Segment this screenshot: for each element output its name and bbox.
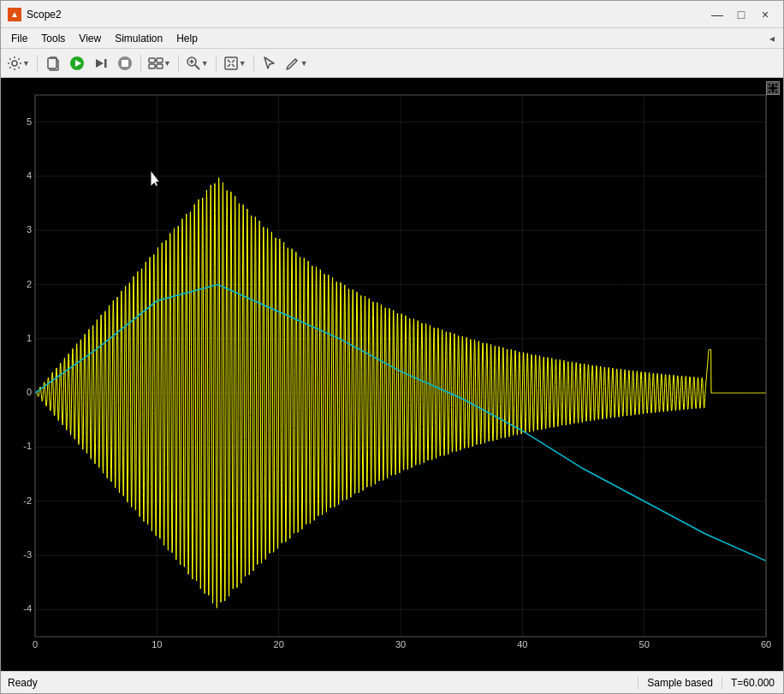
zoom-dropdown[interactable]: ▼ — [183, 52, 211, 74]
svg-rect-11 — [149, 64, 155, 68]
menu-simulation[interactable]: Simulation — [108, 31, 169, 46]
menu-overflow-arrow: ◂ — [764, 31, 780, 46]
settings-dropdown-arrow: ▼ — [22, 59, 30, 68]
separator-3 — [178, 55, 179, 72]
cursor-icon — [262, 56, 277, 71]
window-controls: — □ × — [706, 6, 776, 23]
svg-rect-6 — [104, 59, 107, 68]
edit-arrow: ▼ — [300, 59, 308, 68]
separator-2 — [140, 55, 141, 72]
svg-line-14 — [195, 65, 199, 69]
run-button[interactable] — [66, 52, 88, 74]
svg-rect-2 — [48, 58, 56, 68]
maximize-button[interactable]: □ — [730, 6, 752, 23]
title-bar: ▲ Scope2 — □ × — [1, 1, 783, 28]
status-time-label: T=60.000 — [722, 677, 783, 689]
plot-area — [1, 78, 783, 671]
toolbar: ▼ — [1, 49, 783, 78]
svg-rect-17 — [225, 57, 237, 69]
gear-icon — [7, 56, 22, 71]
edit-icon — [285, 56, 300, 71]
menu-view[interactable]: View — [72, 31, 108, 46]
window-title: Scope2 — [27, 9, 706, 21]
expand-icon[interactable] — [766, 81, 780, 95]
scope-canvas[interactable] — [1, 78, 783, 671]
svg-rect-10 — [157, 58, 163, 62]
zoom-arrow: ▼ — [201, 59, 209, 68]
separator-4 — [216, 55, 217, 72]
step-icon — [93, 56, 109, 71]
status-ready-text: Ready — [1, 677, 638, 689]
svg-rect-12 — [157, 64, 163, 68]
run-icon — [69, 56, 85, 71]
fit-icon — [223, 56, 239, 71]
fit-dropdown[interactable]: ▼ — [221, 52, 249, 74]
zoom-icon — [186, 56, 201, 71]
status-sample-label: Sample based — [638, 677, 722, 689]
separator-1 — [37, 55, 38, 72]
step-forward-button[interactable] — [90, 52, 112, 74]
sim-config-dropdown[interactable]: ▼ — [146, 52, 174, 74]
sim-config-icon — [148, 56, 163, 71]
fit-arrow: ▼ — [239, 59, 246, 68]
settings-dropdown[interactable]: ▼ — [4, 52, 33, 74]
main-window: ▲ Scope2 — □ × File Tools View Simulatio… — [0, 0, 784, 694]
close-button[interactable]: × — [754, 6, 776, 23]
simconfig-dropdown-arrow: ▼ — [163, 59, 171, 68]
svg-rect-8 — [122, 60, 128, 67]
stop-icon — [117, 56, 133, 71]
status-bar: Ready Sample based T=60.000 — [1, 671, 783, 693]
svg-rect-18 — [768, 83, 778, 93]
edit-dropdown[interactable]: ▼ — [282, 52, 311, 74]
menu-tools[interactable]: Tools — [34, 31, 72, 46]
stop-button[interactable] — [114, 52, 136, 74]
expand-svg — [767, 82, 779, 94]
svg-rect-9 — [149, 58, 155, 62]
app-icon: ▲ — [8, 8, 21, 21]
copy-clipboard-button[interactable] — [42, 52, 64, 74]
svg-marker-5 — [96, 59, 104, 68]
minimize-button[interactable]: — — [706, 6, 728, 23]
status-right-section: Sample based T=60.000 — [638, 677, 783, 689]
menu-file[interactable]: File — [4, 31, 34, 46]
separator-5 — [253, 55, 254, 72]
menu-bar: File Tools View Simulation Help ◂ — [1, 28, 783, 49]
cursor-tool-button[interactable] — [258, 52, 281, 74]
copy-icon — [45, 56, 61, 71]
svg-point-0 — [12, 61, 17, 66]
menu-help[interactable]: Help — [169, 31, 205, 46]
